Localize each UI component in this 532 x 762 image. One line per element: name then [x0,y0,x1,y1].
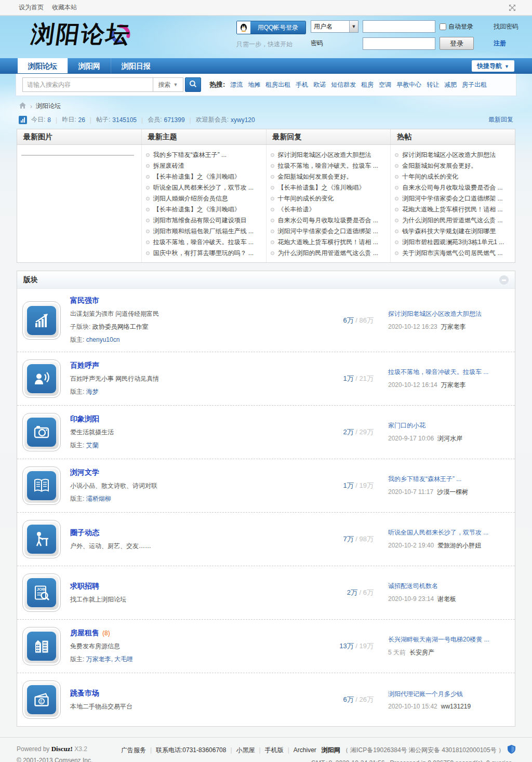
username-input[interactable] [363,20,435,33]
lastpost-author-link[interactable]: ww131219 [441,703,471,710]
lastpost-title-link[interactable]: 听说全国人民都来长沙了，双节攻 ... [388,528,509,537]
topic-item[interactable]: 十年间的成长的变化 [269,193,389,204]
password-input[interactable] [363,37,435,50]
topic-item[interactable]: 浏阳河中学借家委会之口道德绑架 ... [393,193,513,204]
register-link[interactable]: 注册 [494,39,518,48]
moderator-link[interactable]: 灞桥烟柳 [86,495,111,502]
topic-item[interactable]: 探讨浏阳老城区小区改造大胆想法 [393,150,513,161]
forum-title-link[interactable]: 跳蚤市场 [70,689,99,697]
login-button[interactable]: 登录 [440,37,474,50]
forum-icon-frame[interactable] [22,359,61,398]
hot-search-link[interactable]: 转让 [427,81,439,89]
lastpost-title-link[interactable]: 拉圾不落地，噪音冲破天。拉圾车 ... [388,368,509,377]
hot-search-link[interactable]: 空调 [379,81,391,89]
add-favorite-link[interactable]: 收藏本站 [52,3,77,12]
lastpost-title-link[interactable]: 长兴湖畔银天南湖一号电梯20楼黄 ... [388,635,509,644]
forum-title-link[interactable]: 浏河文学 [70,468,99,476]
search-type-select[interactable]: 搜索▼ [153,77,183,92]
topic-item[interactable]: 拉圾不落地，噪音冲破天。拉圾车 ... [269,161,389,171]
hot-search-link[interactable]: 租房 [361,81,374,89]
discuz-brand[interactable]: Discuz! [51,745,73,753]
lastpost-title-link[interactable]: 浏阳代理记账一个月多少钱 [388,690,509,699]
topic-item[interactable]: 【长丰拾遗集】之《淮川晚唱》 [144,204,264,215]
lastpost-title-link[interactable]: 诚招配送司机数名 [388,582,509,591]
hot-search-link[interactable]: 早教中心 [396,81,421,89]
moderator-link[interactable]: chenyu10cn [86,336,120,343]
search-button[interactable] [185,77,201,92]
username-type-select[interactable]: 用户名 ▼ [311,20,358,33]
topic-item[interactable]: 我的乡下猎友“森林王子” ... [144,150,264,161]
topic-item[interactable]: 金阳新城如何发展会更好。 [393,161,513,171]
hot-search-link[interactable]: 地摊 [248,81,260,89]
lastpost-title-link[interactable]: 探讨浏阳老城区小区改造大胆想法 [388,310,509,318]
qq-login-button[interactable]: 用QQ帐号登录 [236,21,306,34]
find-password-link[interactable]: 找回密码 [494,22,518,31]
lastpost-author-link[interactable]: 万家老李 [441,323,466,330]
topic-item[interactable]: 浏阳人婚姻介绍所会员信息 [144,193,264,204]
forum-icon-frame[interactable] [22,627,61,665]
topic-item[interactable]: 浏阳市顺和纸箱包装厂纸箱生产线 ... [144,226,264,237]
moderator-link[interactable]: 海梦 [86,388,99,395]
subforum-link[interactable]: 政协委员网络工作室 [92,323,149,330]
topic-item[interactable]: 为什么浏阳的民用管道燃气这么贵 ... [269,248,389,259]
hot-search-link[interactable]: 欧诺 [313,81,326,89]
footer-link-ads[interactable]: 广告服务 [121,746,146,755]
set-home-link[interactable]: 设为首页 [19,3,44,12]
forum-icon-frame[interactable]: £ [22,680,61,719]
forum-icon-frame[interactable]: JOB [22,573,61,612]
hot-search-link[interactable]: 租房出租 [265,81,290,89]
lastpost-author-link[interactable]: 浏河水岸 [437,435,462,442]
topic-item[interactable]: 钱学森科技大学规划建在浏阳哪里 [393,226,513,237]
forum-icon-frame[interactable] [22,520,61,558]
topic-item[interactable]: 自来水公司每月收取垃圾费是否合 ... [269,215,389,226]
lastpost-title-link[interactable]: 我的乡下猎友“森林王子” ... [388,475,509,484]
topic-item[interactable]: 拆屋废砖渣 [144,161,264,171]
topic-item[interactable]: 【长丰拾遗集】之《淮川晚唱》 [144,171,264,182]
hot-search-link[interactable]: 减肥 [444,81,457,89]
footer-link-mobile[interactable]: 手机版 [265,746,284,755]
forum-title-link[interactable]: 印象浏阳 [70,415,99,423]
hot-search-link[interactable]: 手机 [296,81,308,89]
footer-link-archiver[interactable]: Archiver [294,746,316,754]
forum-title-link[interactable]: 圈子动态 [70,528,99,537]
lastpost-author-link[interactable]: 爱旅游的小胖妞 [437,542,481,549]
hot-search-link[interactable]: 房子出租 [462,81,487,89]
topic-item[interactable]: 探讨浏阳老城区小区改造大胆想法 [269,150,389,161]
forum-icon-frame[interactable] [22,301,61,340]
fullscreen-icon[interactable] [508,4,516,12]
collapse-section-button[interactable] [499,275,509,285]
forum-icon-frame[interactable] [22,413,61,451]
topic-item[interactable]: 听说全国人民都来长沙了，双节攻 ... [144,182,264,193]
tab-liuyang-web[interactable]: 浏阳网 [68,58,111,73]
topic-item[interactable]: 浏阳市碧桂园观澜苑3街3栋1单元1 ... [393,237,513,248]
footer-site-link[interactable]: 浏阳网 [322,746,340,755]
moderator-link[interactable]: 万家老李, 大毛哩 [86,656,134,663]
newest-member-link[interactable]: xywy120 [231,116,255,124]
topic-item[interactable]: 浏阳河中学借家委会之口道德绑架 ... [269,226,389,237]
lastpost-author-link[interactable]: 沙漠一棵树 [437,488,468,496]
topic-item[interactable]: 拉圾不落地，噪音冲破天。拉圾车 ... [144,237,264,248]
topic-item[interactable]: 【长丰拾遗集】之《淮川晚唱》 [269,182,389,193]
search-input[interactable] [22,77,153,92]
lastpost-author-link[interactable]: 谢老板 [437,595,456,603]
home-icon[interactable] [19,102,26,111]
lastpost-author-link[interactable]: 长安房产 [409,649,434,656]
forum-title-link[interactable]: 房屋租售 [70,629,99,637]
topic-item[interactable]: 浏阳市旭维食品有限公司建设项目 [144,215,264,226]
lastpost-author-link[interactable]: 万家老李 [441,381,466,389]
hot-search-link[interactable]: 漂流 [230,81,243,89]
footer-link-darkroom[interactable]: 小黑屋 [236,746,255,755]
topic-item[interactable]: 为什么浏阳的民用管道燃气这么贵 ... [393,215,513,226]
forum-title-link[interactable]: 百姓呼声 [70,361,99,369]
forum-icon-frame[interactable] [22,466,61,505]
security-shield-icon[interactable] [508,745,515,755]
topic-item[interactable]: 自来水公司每月收取垃圾费是否合 ... [393,182,513,193]
latest-reply-link[interactable]: 最新回复 [488,115,513,124]
topic-item[interactable]: 花炮大道晚上货车横行扰民！请相 ... [269,237,389,248]
forum-title-link[interactable]: 富民强市 [70,296,99,304]
quick-nav-button[interactable]: 快捷导航▼ [472,60,514,72]
topic-item[interactable]: 国庆中秋，有打算去哪里玩的吗？ ... [144,248,264,259]
auto-login-checkbox[interactable] [440,23,446,30]
topic-item[interactable]: 关于浏阳市滨海燃气公司居民燃气 ... [393,248,513,259]
moderator-link[interactable]: 艾蘭 [86,442,99,449]
